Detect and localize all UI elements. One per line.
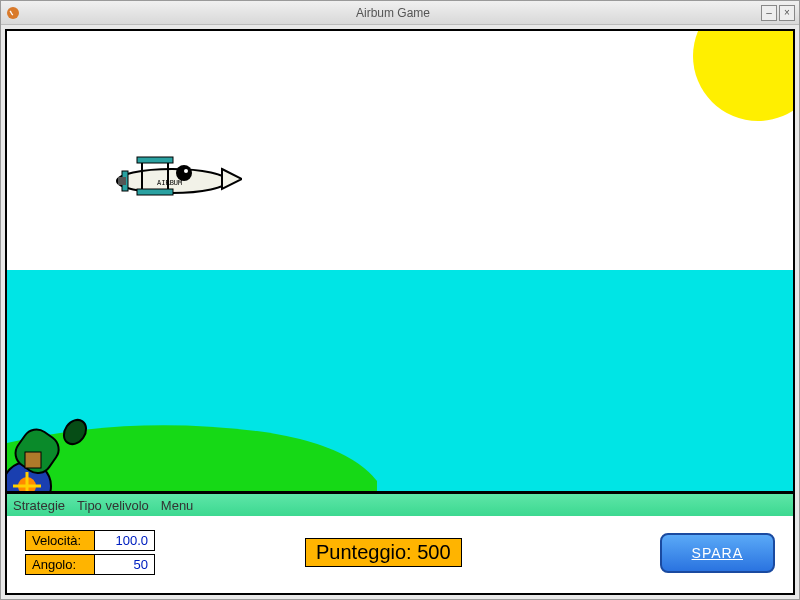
- window-title: Airbum Game: [27, 6, 759, 20]
- menubar: Strategie Tipo velivolo Menu: [7, 494, 793, 516]
- svg-point-17: [59, 416, 90, 448]
- velocity-value[interactable]: 100.0: [95, 530, 155, 551]
- menu-strategies[interactable]: Strategie: [13, 498, 65, 513]
- velocity-label: Velocità:: [25, 530, 95, 551]
- svg-rect-3: [137, 157, 173, 163]
- angle-value[interactable]: 50: [95, 554, 155, 575]
- titlebar[interactable]: Airbum Game – ×: [1, 1, 799, 25]
- menu-aircraft-type[interactable]: Tipo velivolo: [77, 498, 149, 513]
- java-icon: [5, 5, 21, 21]
- svg-point-10: [184, 169, 188, 173]
- cannon: [7, 416, 107, 491]
- score-display: Punteggio: 500: [305, 538, 462, 567]
- angle-label: Angolo:: [25, 554, 95, 575]
- svg-text:AIRBUM: AIRBUM: [157, 179, 182, 187]
- svg-point-0: [7, 7, 19, 19]
- content-frame: AIRBUM Strategie Tipo velivolo Menu Velo…: [5, 29, 795, 595]
- parameters: Velocità: 100.0 Angolo: 50: [25, 530, 155, 575]
- close-button[interactable]: ×: [779, 5, 795, 21]
- controls-row: Velocità: 100.0 Angolo: 50 Punteggio: 50…: [7, 516, 793, 593]
- menu-menu[interactable]: Menu: [161, 498, 194, 513]
- bottom-panel: Strategie Tipo velivolo Menu Velocità: 1…: [7, 491, 793, 593]
- fire-button[interactable]: SPARA: [660, 533, 775, 573]
- game-canvas[interactable]: AIRBUM: [7, 31, 793, 491]
- svg-rect-8: [118, 177, 126, 185]
- svg-marker-2: [222, 169, 242, 189]
- airplane: AIRBUM: [92, 149, 242, 204]
- application-window: Airbum Game – × AIRBUM: [0, 0, 800, 600]
- svg-rect-4: [137, 189, 173, 195]
- minimize-button[interactable]: –: [761, 5, 777, 21]
- svg-rect-18: [25, 452, 41, 468]
